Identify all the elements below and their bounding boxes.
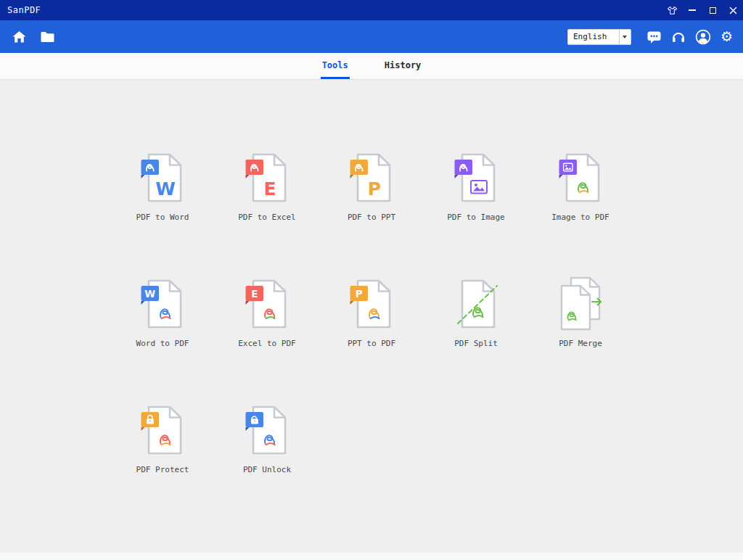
tool-pdf-split[interactable]: PDF Split bbox=[424, 276, 528, 348]
home-icon[interactable] bbox=[12, 30, 27, 44]
tool-label: PDF to Image bbox=[447, 213, 504, 222]
tool-icon: P bbox=[342, 149, 401, 206]
svg-text:E: E bbox=[251, 288, 258, 300]
tool-label: PPT to PDF bbox=[348, 339, 395, 348]
main-content: WPDF to WordEPDF to ExcelPPDF to PPTPDF … bbox=[0, 80, 743, 560]
tool-icon bbox=[446, 276, 506, 332]
footer-strip bbox=[0, 553, 743, 560]
close-icon bbox=[729, 7, 737, 15]
minimize-icon bbox=[689, 9, 696, 11]
tool-label: PDF to Word bbox=[136, 213, 189, 222]
tool-pdf-to-excel[interactable]: EPDF to Excel bbox=[215, 149, 319, 222]
titlebar: SanPDF bbox=[0, 0, 743, 20]
tool-icon: W bbox=[133, 149, 192, 206]
toolbar-right: English bbox=[567, 29, 733, 45]
folder-icon[interactable] bbox=[40, 30, 55, 44]
tool-label: PDF Split bbox=[454, 339, 498, 348]
theme-icon[interactable] bbox=[662, 0, 682, 20]
settings-icon[interactable]: ⚙ bbox=[721, 30, 733, 44]
language-value: English bbox=[568, 32, 619, 41]
chevron-down-icon bbox=[619, 30, 631, 44]
tool-image-to-pdf[interactable]: Image to PDF bbox=[528, 149, 633, 222]
tool-word-to-pdf[interactable]: WWord to PDF bbox=[110, 276, 215, 348]
svg-text:P: P bbox=[368, 178, 381, 199]
tool-icon bbox=[551, 276, 610, 332]
tool-pdf-unlock[interactable]: PDF Unlock bbox=[215, 402, 319, 474]
maximize-icon bbox=[710, 7, 716, 14]
tool-label: PDF to Excel bbox=[238, 213, 295, 222]
tab-tools[interactable]: Tools bbox=[321, 53, 350, 79]
user-icon[interactable] bbox=[695, 29, 711, 45]
window-controls bbox=[662, 0, 743, 20]
tool-ppt-to-pdf[interactable]: PPPT to PDF bbox=[319, 276, 424, 348]
tool-label: Word to PDF bbox=[136, 339, 189, 348]
svg-text:P: P bbox=[356, 288, 363, 300]
svg-text:W: W bbox=[155, 178, 176, 199]
tool-icon: W bbox=[133, 276, 192, 332]
headphones-icon[interactable] bbox=[671, 30, 686, 44]
tool-icon: E bbox=[237, 276, 297, 332]
tool-icon bbox=[446, 149, 506, 206]
tool-icon bbox=[237, 402, 297, 458]
minimize-button[interactable] bbox=[682, 0, 702, 20]
tab-history[interactable]: History bbox=[383, 53, 423, 79]
tool-pdf-to-ppt[interactable]: PPDF to PPT bbox=[319, 149, 424, 222]
tab-bar: Tools History bbox=[0, 53, 743, 80]
toolbar-left bbox=[12, 30, 55, 44]
tools-grid: WPDF to WordEPDF to ExcelPPDF to PPTPDF … bbox=[0, 80, 743, 474]
tool-label: PDF Unlock bbox=[243, 465, 291, 474]
toolbar: English bbox=[0, 20, 743, 53]
tool-pdf-to-image[interactable]: PDF to Image bbox=[424, 149, 528, 222]
tool-label: PDF to PPT bbox=[348, 213, 395, 222]
language-dropdown[interactable]: English bbox=[567, 29, 631, 45]
tool-label: Image to PDF bbox=[551, 213, 609, 222]
svg-text:W: W bbox=[144, 288, 155, 300]
close-button[interactable] bbox=[723, 0, 743, 20]
tool-icon: P bbox=[342, 276, 401, 332]
tool-pdf-to-word[interactable]: WPDF to Word bbox=[110, 149, 215, 222]
maximize-button[interactable] bbox=[702, 0, 723, 20]
tool-pdf-merge[interactable]: PDF Merge bbox=[528, 276, 633, 348]
chat-icon[interactable] bbox=[646, 30, 662, 44]
tool-icon bbox=[133, 402, 192, 458]
tool-label: Excel to PDF bbox=[238, 339, 295, 348]
tool-icon bbox=[551, 149, 610, 206]
tool-excel-to-pdf[interactable]: EExcel to PDF bbox=[215, 276, 319, 348]
tool-icon: E bbox=[237, 149, 297, 206]
tool-pdf-protect[interactable]: PDF Protect bbox=[110, 402, 215, 474]
app-title: SanPDF bbox=[0, 5, 41, 15]
tool-label: PDF Merge bbox=[559, 339, 602, 348]
tool-label: PDF Protect bbox=[136, 465, 189, 474]
svg-text:E: E bbox=[263, 178, 276, 199]
